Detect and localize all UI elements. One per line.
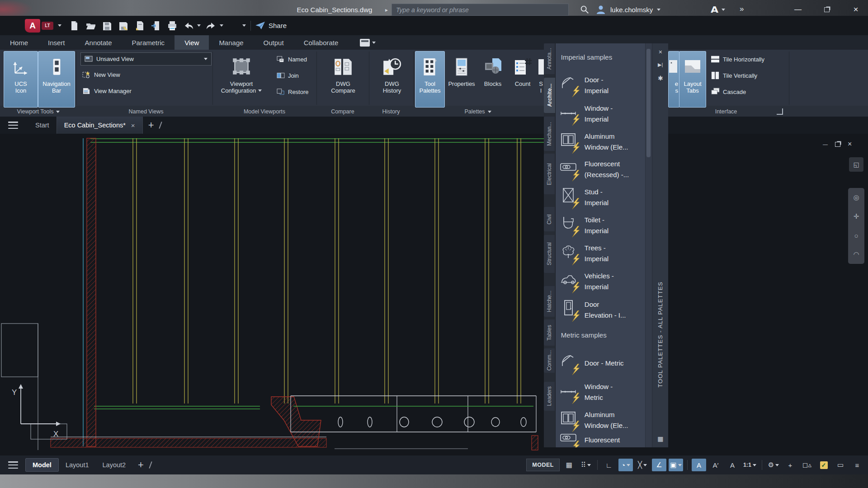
dr awing-restore-icon[interactable] bbox=[835, 142, 840, 147]
palette-item-toilet[interactable]: Toilet -Imperial bbox=[559, 212, 644, 239]
file-tab-start[interactable]: Start bbox=[28, 117, 57, 134]
isolate-objects-icon[interactable]: ◻▵ bbox=[800, 459, 814, 471]
view-manager-button[interactable]: View Manager bbox=[82, 85, 132, 97]
scrollbar-thumb[interactable] bbox=[646, 49, 651, 157]
save-icon[interactable] bbox=[101, 20, 113, 32]
palette-item-fluorescent[interactable]: Fluorescent bbox=[559, 427, 644, 447]
model-space-badge[interactable]: MODEL bbox=[526, 459, 560, 471]
ribbon-tab-insert[interactable]: Insert bbox=[38, 35, 75, 50]
customize-dropdown-dropdown-icon[interactable] bbox=[242, 24, 246, 27]
search-collapse-icon[interactable]: ▸ bbox=[385, 7, 388, 13]
layout-tabs-toggle-button[interactable]: Layout Tabs bbox=[679, 51, 706, 108]
palette-tab-electrical[interactable]: Electrical bbox=[544, 154, 555, 194]
tool-palettes-button[interactable]: Tool Palettes bbox=[415, 51, 445, 108]
palette-close-icon[interactable]: × bbox=[652, 46, 668, 58]
annotation-scale-icon[interactable]: A bbox=[725, 459, 740, 471]
user-dropdown-icon[interactable] bbox=[657, 9, 660, 11]
object-snap-icon[interactable]: ▣ bbox=[669, 459, 683, 471]
autoscale-icon[interactable]: A′ bbox=[708, 459, 723, 471]
search-input[interactable] bbox=[392, 4, 569, 16]
autodesk-menu[interactable]: A bbox=[711, 3, 725, 16]
snap-dropdown-icon[interactable] bbox=[587, 464, 591, 466]
username[interactable]: luke.cholmsky bbox=[610, 6, 653, 14]
layout-tab-model[interactable]: Model bbox=[25, 458, 59, 472]
tile-horizontally-button[interactable]: Tile Horizontally bbox=[711, 53, 764, 65]
palette-scrollbar[interactable] bbox=[646, 43, 652, 447]
search-icon[interactable] bbox=[580, 5, 590, 14]
minimize-button[interactable]: — bbox=[791, 4, 805, 15]
ribbon-tab-home[interactable]: Home bbox=[0, 35, 38, 50]
ribbon-tab-output[interactable]: Output bbox=[254, 35, 294, 50]
ucs-icon-toggle-button[interactable]: UCS Icon bbox=[4, 51, 38, 108]
scale-value[interactable]: 1:1 bbox=[742, 459, 758, 471]
palette-grid-icon[interactable]: ▦ bbox=[652, 433, 668, 445]
new-layout-button[interactable]: + bbox=[132, 459, 149, 471]
redo-icon[interactable] bbox=[205, 20, 217, 32]
palette-item-door[interactable]: Door -Imperial bbox=[559, 72, 644, 99]
customize-plus-icon[interactable]: + bbox=[783, 459, 797, 471]
plot-icon[interactable] bbox=[166, 20, 178, 32]
palette-tab-mechan[interactable]: Mechan... bbox=[544, 117, 555, 151]
palettes-panel-label[interactable]: Palettes bbox=[414, 107, 542, 117]
isometric-drafting-icon[interactable]: ╳ bbox=[635, 459, 650, 471]
object-snap-tracking-icon[interactable]: ∠ bbox=[652, 459, 666, 471]
export-icon[interactable] bbox=[150, 20, 162, 32]
orbit-icon[interactable]: ◠ bbox=[853, 250, 859, 258]
expand-toolbar-icon[interactable]: » bbox=[740, 5, 742, 14]
navigation-bar[interactable]: ◎ ✛ ○ ◠ bbox=[848, 188, 864, 264]
cascade-button[interactable]: Cascade bbox=[711, 86, 746, 98]
clean-screen-icon[interactable]: ▭ bbox=[833, 459, 848, 471]
open-folder-icon[interactable] bbox=[85, 20, 97, 32]
palette-item-stud[interactable]: Stud -Imperial bbox=[559, 184, 644, 211]
restore-button[interactable] bbox=[820, 4, 834, 15]
view-dropdown[interactable]: Unsaved View bbox=[80, 52, 212, 66]
file-tab-active-document[interactable]: Eco Cabin_Sections* × bbox=[57, 117, 143, 134]
isometric-drafting-dropdown-icon[interactable] bbox=[643, 464, 647, 466]
ribbon-tab-view[interactable]: View bbox=[175, 35, 209, 50]
palette-tab-civil[interactable]: Civil bbox=[544, 207, 555, 231]
palette-tab-comm[interactable]: Comm... bbox=[544, 348, 555, 373]
properties-palette-button[interactable]: Properties bbox=[446, 51, 477, 108]
palette-item-vehicles[interactable]: Vehicles -Imperial bbox=[559, 268, 644, 295]
workspace-gear-dropdown-icon[interactable] bbox=[775, 464, 779, 466]
join-viewports-button[interactable]: Join bbox=[277, 70, 299, 81]
palette-item-door[interactable]: DoorElevation - I... bbox=[559, 297, 644, 323]
palette-tab-annota[interactable]: Annota... bbox=[544, 43, 555, 74]
undo-icon[interactable] bbox=[183, 20, 194, 32]
zoom-extents-icon[interactable]: ○ bbox=[854, 232, 858, 239]
undo-dropdown-icon[interactable] bbox=[197, 24, 201, 27]
drawing-minimize-icon[interactable]: — bbox=[823, 141, 828, 147]
pan-icon[interactable]: ✛ bbox=[854, 212, 859, 221]
graphics-performance-icon[interactable]: ✓ bbox=[816, 459, 831, 471]
ribbon-tab-collaborate[interactable]: Collaborate bbox=[294, 35, 349, 50]
palette-item-aluminum[interactable]: AluminumWindow (Ele... bbox=[559, 129, 644, 155]
blocks-palette-button[interactable]: Blocks bbox=[478, 51, 507, 108]
redo-dropdown-icon[interactable] bbox=[220, 24, 223, 27]
annotation-visibility-icon[interactable]: A bbox=[692, 459, 706, 471]
batch-plot-icon[interactable] bbox=[134, 20, 146, 32]
scale-value-dropdown-icon[interactable] bbox=[753, 464, 756, 466]
ortho-icon[interactable]: ∟ bbox=[602, 459, 616, 471]
file-tab-menu-icon[interactable] bbox=[8, 122, 18, 129]
layout-tab-layout2[interactable]: Layout2 bbox=[96, 459, 133, 471]
count-palette-button[interactable]: Count bbox=[508, 51, 537, 108]
new-file-icon[interactable] bbox=[69, 20, 80, 32]
ribbon-tab-annotate[interactable]: Annotate bbox=[75, 35, 122, 50]
drawing-canvas[interactable]: YX — × ◱ ◎ ✛ ○ ◠ bbox=[0, 134, 868, 455]
file-tab-close-icon[interactable]: × bbox=[131, 122, 135, 129]
palette-item-doormetric[interactable]: Door - Metric bbox=[559, 350, 644, 376]
interface-dialog-launcher-icon[interactable] bbox=[777, 108, 783, 115]
palette-item-window[interactable]: Window -Metric bbox=[559, 379, 644, 405]
polar-tracking-icon[interactable]: ◔ bbox=[618, 459, 633, 471]
palette-item-fluorescent[interactable]: Fluorescent(Recessed) -... bbox=[559, 156, 644, 183]
object-snap-dropdown-icon[interactable] bbox=[678, 464, 682, 466]
viewport-tools-panel-label[interactable]: Viewport Tools bbox=[2, 107, 75, 117]
palette-tab-hatche[interactable]: Hatche... bbox=[544, 286, 555, 317]
ribbon-tab-parametric[interactable]: Parametric bbox=[122, 35, 175, 50]
palette-item-window[interactable]: Window -Imperial bbox=[559, 101, 644, 127]
app-menu-dropdown-icon[interactable] bbox=[58, 24, 61, 27]
customize-dropdown-icon[interactable] bbox=[228, 20, 240, 32]
palette-autohide-icon[interactable]: ▶| bbox=[652, 59, 668, 70]
restore-viewports-button[interactable]: Restore bbox=[277, 86, 309, 98]
new-view-button[interactable]: New View bbox=[82, 69, 120, 80]
